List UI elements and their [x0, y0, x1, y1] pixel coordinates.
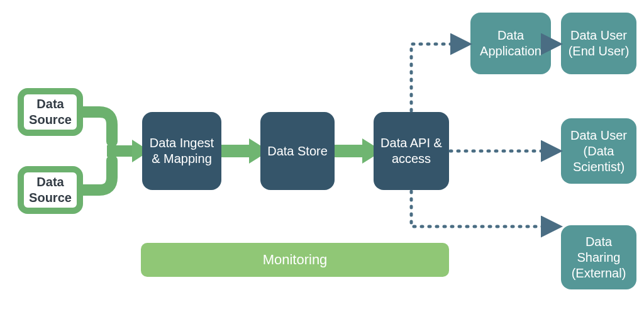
node-label: Data Source: [29, 174, 72, 206]
diagram-canvas: Data Source Data Source Data Ingest & Ma…: [0, 0, 644, 319]
node-label: Data Sharing (External): [566, 234, 631, 281]
monitoring-label: Monitoring: [263, 252, 328, 268]
node-data-user-end: Data User (End User): [561, 13, 636, 74]
node-data-user-scientist: Data User (Data Scientist): [561, 118, 636, 184]
node-label: Data API & access: [379, 135, 444, 167]
node-label: Data User (End User): [566, 28, 631, 59]
node-data-application: Data Application: [470, 13, 551, 74]
node-data-api-access: Data API & access: [374, 112, 449, 190]
node-data-ingest-mapping: Data Ingest & Mapping: [142, 112, 221, 190]
node-label: Data Store: [267, 143, 328, 159]
node-data-source-1: Data Source: [18, 88, 83, 136]
node-label: Data Ingest & Mapping: [147, 135, 216, 167]
node-label: Data Application: [475, 28, 546, 59]
node-data-store: Data Store: [260, 112, 335, 190]
node-label: Data User (Data Scientist): [566, 128, 631, 175]
monitoring-bar: Monitoring: [141, 243, 449, 277]
node-data-source-2: Data Source: [18, 166, 83, 214]
node-label: Data Source: [29, 96, 72, 128]
node-data-sharing-external: Data Sharing (External): [561, 225, 636, 289]
